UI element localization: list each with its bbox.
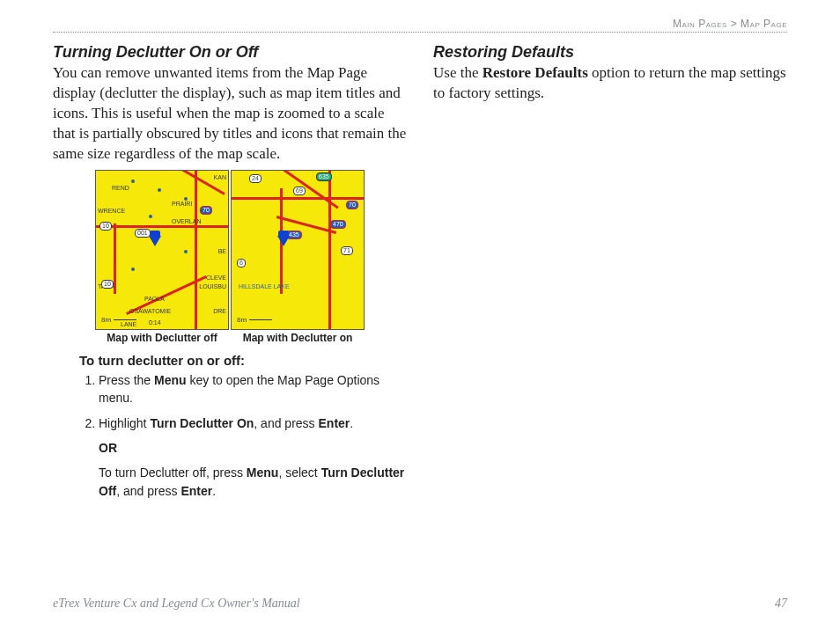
lake-label: HILLSDALE LAKE (239, 283, 290, 289)
right-column: Restoring Defaults Use the Restore Defau… (433, 43, 787, 507)
map-label: OSAWATOMIE (129, 308, 171, 314)
route-shield-icon: 71 (341, 246, 353, 255)
map-label: REND (112, 185, 129, 191)
content-columns: Turning Declutter On or Off You can remo… (53, 43, 787, 507)
map-label: DRE (213, 308, 226, 314)
breadcrumb: Main Pages > Map Page (53, 18, 787, 30)
map-label: PRAIRI (172, 201, 192, 207)
breadcrumb-sep: > (731, 18, 738, 30)
steps-list: Press the Menu key to open the Map Page … (79, 371, 407, 500)
breadcrumb-page: Map Page (741, 18, 787, 30)
route-shield-icon: 6 (237, 259, 246, 267)
map-scale: 8m (237, 316, 272, 324)
step-or: OR (99, 439, 407, 457)
header-rule (53, 32, 787, 33)
step-2-alt: To turn Declutter off, press Menu, selec… (99, 464, 407, 500)
position-marker-icon (277, 236, 290, 246)
manual-page: Main Pages > Map Page Turning Declutter … (0, 0, 840, 630)
map-declutter-on: 24 635 69 70 435 470 71 6 HILLSDALE LAKE… (232, 170, 364, 344)
position-marker-icon (149, 236, 161, 246)
map-on-image: 24 635 69 70 435 470 71 6 HILLSDALE LAKE… (231, 170, 365, 330)
steps-heading: To turn declutter on or off: (79, 353, 407, 368)
map-scale: 8m (101, 316, 136, 324)
step-1: Press the Menu key to open the Map Page … (99, 371, 407, 407)
map-label: CLEVE (206, 275, 226, 281)
map-label: BE (218, 248, 226, 254)
map-off-caption: Map with Declutter off (107, 332, 217, 344)
map-label: KAN (214, 174, 226, 180)
map-label: PAOLA (144, 296, 165, 302)
route-shield-icon: 10 (99, 222, 112, 231)
route-shield-icon: 70 (346, 201, 358, 209)
heading-declutter: Turning Declutter On or Off (53, 43, 407, 62)
route-shield-icon: 24 (249, 174, 262, 183)
page-footer: eTrex Venture Cx and Legend Cx Owner's M… (53, 597, 787, 611)
intro-paragraph: You can remove unwanted items from the M… (53, 63, 407, 165)
route-shield-icon: 470 (330, 220, 346, 229)
footer-title: eTrex Venture Cx and Legend Cx Owner's M… (53, 597, 300, 611)
map-figure-row: KAN REND WRENCE PRAIRI OVERLAN BE CLEVE … (53, 170, 407, 344)
breadcrumb-section: Main Pages (673, 18, 727, 30)
map-label: LOUISBU (199, 283, 226, 289)
route-shield-icon: 635 (316, 172, 332, 181)
map-on-caption: Map with Declutter on (243, 332, 353, 344)
restoring-paragraph: Use the Restore Defaults option to retur… (433, 63, 787, 104)
route-shield-icon: 70 (200, 206, 212, 215)
map-off-image: KAN REND WRENCE PRAIRI OVERLAN BE CLEVE … (95, 170, 229, 330)
left-column: Turning Declutter On or Off You can remo… (53, 43, 407, 507)
map-label: WRENCE (98, 208, 125, 214)
heading-restoring: Restoring Defaults (433, 43, 787, 62)
footer-page-number: 47 (775, 597, 787, 611)
route-shield-icon: 69 (293, 187, 306, 195)
map-label: OVERLAN (172, 218, 201, 224)
map-declutter-off: KAN REND WRENCE PRAIRI OVERLAN BE CLEVE … (96, 170, 228, 344)
step-2: Highlight Turn Declutter On, and press E… (99, 414, 407, 500)
map-time: 0:14 (149, 319, 161, 326)
route-shield-icon: 10 (101, 280, 114, 289)
